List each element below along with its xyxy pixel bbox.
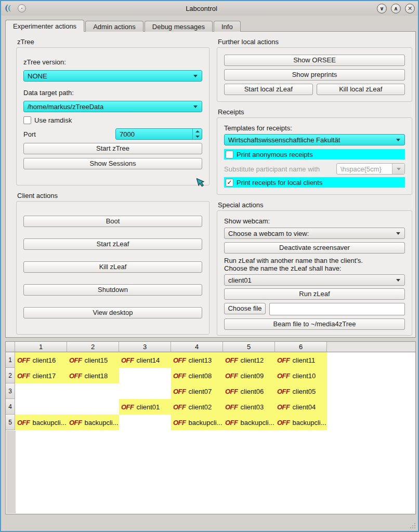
client-cell[interactable]: OFFclient12 [223, 352, 275, 368]
table-row: 5OFFbackupcli...OFFbackupcli...OFFbackup… [6, 415, 415, 430]
zleaf-name-select[interactable]: client01 [224, 274, 405, 286]
tab-info[interactable]: Info [214, 21, 241, 32]
print-anonymous-receipts-checkbox[interactable]: Print anonymous receipts [224, 149, 405, 159]
window-menu-button[interactable] [18, 4, 26, 12]
show-sessions-button[interactable]: Show Sessions [23, 158, 202, 169]
webcam-select[interactable]: Choose a webcam to view: [224, 228, 405, 239]
run-zleaf-note-line2: Choose the name the zLeaf shall have: [224, 264, 405, 272]
client-cell[interactable]: OFFclient14 [119, 352, 171, 368]
column-header[interactable]: 1 [15, 342, 67, 352]
client-name: client08 [189, 372, 212, 380]
client-cell[interactable]: OFFclient01 [119, 399, 171, 415]
client-name: client09 [241, 372, 264, 380]
column-header[interactable]: 2 [67, 342, 119, 352]
client-cell[interactable]: OFFbackupcli... [67, 415, 119, 430]
minimize-button[interactable]: ∨ [377, 4, 387, 14]
client-cell[interactable]: OFFbackupcli... [15, 415, 67, 430]
labcontrol-app-icon [4, 4, 14, 13]
client-cell[interactable]: OFFclient16 [15, 352, 67, 368]
row-header[interactable]: 3 [6, 383, 15, 399]
show-preprints-button[interactable]: Show preprints [224, 69, 405, 81]
client-cell[interactable]: OFFclient17 [15, 368, 67, 383]
table-row: 4OFFclient01OFFclient02OFFclient03OFFcli… [6, 399, 415, 415]
empty-cell[interactable] [119, 368, 171, 383]
shutdown-button[interactable]: Shutdown [23, 284, 202, 296]
column-header[interactable]: 6 [275, 342, 327, 352]
kill-zleaf-button[interactable]: Kill zLeaf [23, 261, 202, 273]
client-cell[interactable]: OFFclient13 [171, 352, 223, 368]
client-cell[interactable]: OFFbackupcli... [171, 415, 223, 430]
ztree-version-select[interactable]: NONE [23, 70, 202, 82]
boot-button[interactable]: Boot [23, 216, 202, 227]
status-off-badge: OFF [173, 388, 186, 395]
view-desktop-button[interactable]: View desktop [23, 307, 202, 318]
spin-up-icon[interactable] [193, 129, 202, 134]
use-ramdisk-checkbox[interactable]: Use ramdisk [23, 116, 202, 124]
row-header[interactable]: 1 [6, 352, 15, 368]
port-spinbox[interactable] [115, 128, 202, 140]
show-orsee-button[interactable]: Show ORSEE [224, 55, 405, 66]
spin-down-icon[interactable] [193, 134, 202, 139]
column-header[interactable]: 3 [119, 342, 171, 352]
client-cell[interactable]: OFFclient10 [275, 368, 327, 383]
chevron-down-icon [193, 75, 198, 77]
client-cell[interactable]: OFFclient08 [171, 368, 223, 383]
client-cell[interactable]: OFFclient15 [67, 352, 119, 368]
client-cell[interactable]: OFFclient05 [275, 383, 327, 399]
client-cell[interactable]: OFFclient04 [275, 399, 327, 415]
table-body: 1OFFclient16OFFclient15OFFclient14OFFcli… [6, 352, 415, 430]
empty-cell[interactable] [15, 399, 67, 415]
beam-file-button[interactable]: Beam file to ~/media4zTree [224, 318, 405, 330]
start-ztree-button[interactable]: Start zTree [23, 143, 202, 154]
row-header[interactable]: 2 [6, 368, 15, 383]
client-cell[interactable]: OFFclient06 [223, 383, 275, 399]
substitute-name-select: \hspace{5cm} [336, 163, 405, 175]
checkbox-unchecked-icon [23, 116, 31, 124]
start-zleaf-button[interactable]: Start zLeaf [23, 238, 202, 250]
choose-file-button[interactable]: Choose file [224, 303, 266, 314]
table-row: 2OFFclient17OFFclient18OFFclient08OFFcli… [6, 368, 415, 383]
table-corner-cell[interactable] [6, 342, 15, 352]
empty-cell[interactable] [15, 383, 67, 399]
status-off-badge: OFF [225, 403, 238, 411]
status-off-badge: OFF [17, 356, 30, 364]
close-button[interactable]: ✕ [405, 4, 415, 14]
resize-grip-icon[interactable] [409, 522, 416, 529]
run-zleaf-button[interactable]: Run zLeaf [224, 288, 405, 300]
client-cell[interactable]: OFFclient18 [67, 368, 119, 383]
empty-cell[interactable] [67, 399, 119, 415]
client-cell[interactable]: OFFclient11 [275, 352, 327, 368]
column-header[interactable]: 4 [171, 342, 223, 352]
client-name: client02 [189, 403, 212, 411]
client-cell[interactable]: OFFclient02 [171, 399, 223, 415]
client-cell[interactable]: OFFclient03 [223, 399, 275, 415]
maximize-button[interactable]: ∧ [391, 4, 401, 14]
empty-cell[interactable] [119, 415, 171, 430]
status-off-badge: OFF [69, 419, 82, 427]
file-path-input[interactable] [269, 303, 405, 315]
empty-cell[interactable] [119, 383, 171, 399]
tab-debug-messages[interactable]: Debug messages [145, 21, 213, 32]
client-cell[interactable]: OFFclient07 [171, 383, 223, 399]
group-client-actions-title: Client actions [17, 192, 210, 200]
port-input[interactable] [116, 129, 192, 139]
status-off-badge: OFF [69, 372, 82, 380]
tab-experimenter-actions[interactable]: Experimenter actions [5, 20, 84, 32]
row-header[interactable]: 4 [6, 399, 15, 415]
group-client-actions: Client actions Boot Start zLeaf Kill zLe… [16, 185, 210, 335]
kill-local-zleaf-button[interactable]: Kill local zLeaf [317, 84, 405, 95]
column-header[interactable]: 5 [223, 342, 275, 352]
empty-cell[interactable] [67, 383, 119, 399]
print-receipts-local-clients-checkbox[interactable]: ✓ Print receipts for local clients [224, 177, 405, 188]
data-target-path-select[interactable]: /home/markus/zTreeData [23, 101, 202, 112]
client-cell[interactable]: OFFbackupcli... [275, 415, 327, 430]
row-header[interactable]: 5 [6, 415, 15, 430]
client-cell[interactable]: OFFclient09 [223, 368, 275, 383]
deactivate-screensaver-button[interactable]: Deactivate screensaver [224, 242, 405, 254]
receipt-template-select[interactable]: Wirtschaftswissenschaftliche Fakultät [224, 134, 405, 145]
tab-admin-actions[interactable]: Admin actions [85, 21, 143, 32]
client-cell[interactable]: OFFbackupcli... [223, 415, 275, 430]
checkbox-checked-icon: ✓ [226, 179, 233, 187]
group-ztree-title: zTree [17, 38, 210, 46]
start-local-zleaf-button[interactable]: Start local zLeaf [224, 84, 313, 95]
